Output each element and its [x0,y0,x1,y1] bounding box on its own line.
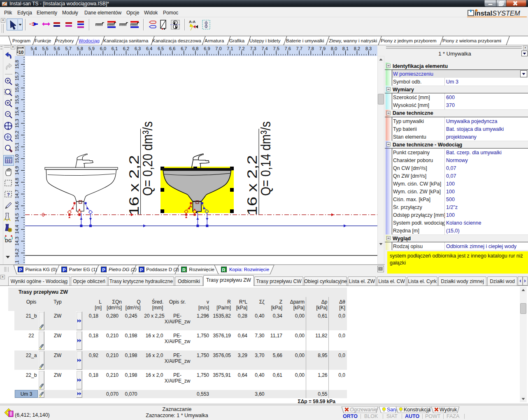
svg-text:7,9: 7,9 [319,46,326,51]
svg-text:6,5: 6,5 [158,46,164,51]
svg-text:8,3: 8,3 [365,46,372,51]
svg-text:14,1: 14,1 [15,260,19,264]
svg-text:15,3: 15,3 [15,119,19,128]
svg-text:15,2: 15,2 [15,131,19,139]
svg-text:7,4: 7,4 [261,46,267,51]
svg-text:7,6: 7,6 [285,46,291,51]
svg-text:7,2: 7,2 [238,46,244,51]
svg-text:7,7: 7,7 [296,46,302,51]
svg-text:5,6: 5,6 [54,46,60,51]
svg-text:6,7: 6,7 [181,46,187,51]
svg-text:6,6: 6,6 [169,46,175,51]
svg-text:7,3: 7,3 [250,46,256,51]
svg-text:7,1: 7,1 [227,46,233,51]
svg-text:8,0: 8,0 [331,46,337,51]
svg-text:7,0: 7,0 [215,46,221,51]
svg-text:6,0: 6,0 [100,46,106,51]
svg-text:14,5: 14,5 [15,213,19,222]
svg-text:10: 10 [19,50,23,55]
svg-text:6,3: 6,3 [135,46,141,51]
svg-text:6,8: 6,8 [192,46,198,51]
svg-text:14,6: 14,6 [15,202,19,210]
svg-text:14,4: 14,4 [15,225,19,234]
svg-text:8,2: 8,2 [354,46,360,51]
svg-text:Q= 0,14 dm³/s: Q= 0,14 dm³/s [258,121,273,196]
svg-text:5,4: 5,4 [30,46,37,51]
svg-text:15,0: 15,0 [15,154,19,163]
svg-text:14,7: 14,7 [15,190,19,198]
svg-text:6,4: 6,4 [146,46,152,51]
svg-text:15,1: 15,1 [15,142,19,151]
svg-text:DG: DG [5,238,12,243]
svg-text:5,5: 5,5 [42,46,48,51]
svg-text:15,8: 15,8 [15,60,19,69]
svg-text:?: ? [7,192,10,197]
svg-text:6,9: 6,9 [204,46,210,51]
svg-text:instal: instal [475,9,492,17]
svg-text:14,2: 14,2 [15,248,19,257]
svg-text:8,1: 8,1 [342,46,349,51]
svg-text:15,6: 15,6 [15,84,19,92]
svg-text:SYSTEM: SYSTEM [492,9,520,17]
svg-text:14,3: 14,3 [15,237,19,245]
svg-text:6,1: 6,1 [112,46,118,51]
svg-text:5,9: 5,9 [88,46,95,51]
svg-text:16 x 2,2: 16 x 2,2 [126,155,142,216]
svg-text:A-A: A-A [189,20,195,24]
svg-text:7,5: 7,5 [273,46,279,51]
svg-text:15,5: 15,5 [15,95,19,104]
svg-text:Q= 0,20 dm³/s: Q= 0,20 dm³/s [140,121,155,196]
svg-text:14,8: 14,8 [15,178,19,186]
svg-text:14,9: 14,9 [15,166,19,175]
svg-text:7,8: 7,8 [308,46,314,51]
svg-text:5,7: 5,7 [65,46,72,51]
svg-text:6,2: 6,2 [123,46,129,51]
svg-text:15,7: 15,7 [15,72,19,80]
svg-text:16 x 2,2: 16 x 2,2 [244,155,260,216]
svg-text:5,8: 5,8 [77,46,83,51]
svg-text:15,4: 15,4 [15,107,19,116]
